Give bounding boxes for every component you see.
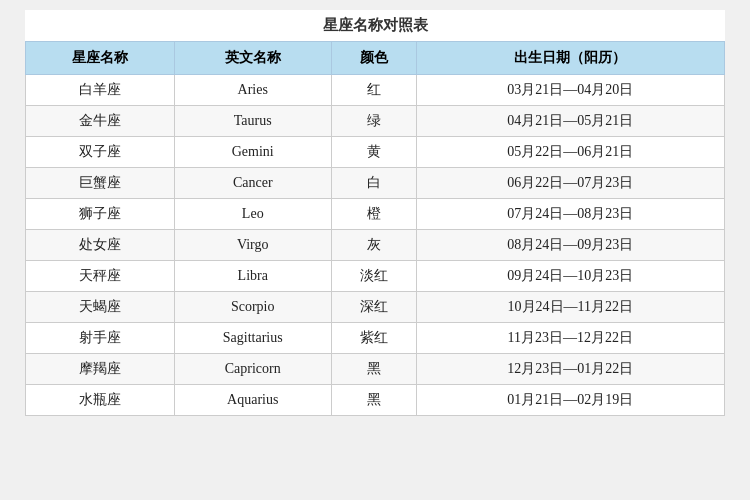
col-header-english: 英文名称 (174, 42, 331, 75)
cell-chinese: 天秤座 (26, 261, 175, 292)
cell-english: Capricorn (174, 354, 331, 385)
table-row: 白羊座Aries红03月21日—04月20日 (26, 75, 725, 106)
cell-english: Virgo (174, 230, 331, 261)
table-row: 处女座Virgo灰08月24日—09月23日 (26, 230, 725, 261)
table-row: 水瓶座Aquarius黑01月21日—02月19日 (26, 385, 725, 416)
page-title: 星座名称对照表 (25, 10, 725, 41)
cell-chinese: 金牛座 (26, 106, 175, 137)
cell-color: 黑 (331, 354, 416, 385)
cell-color: 黄 (331, 137, 416, 168)
cell-date: 07月24日—08月23日 (416, 199, 725, 230)
cell-chinese: 巨蟹座 (26, 168, 175, 199)
main-container: 星座名称对照表 星座名称 英文名称 颜色 出生日期（阳历） 白羊座Aries红0… (25, 10, 725, 416)
cell-english: Aries (174, 75, 331, 106)
cell-chinese: 摩羯座 (26, 354, 175, 385)
cell-color: 橙 (331, 199, 416, 230)
cell-color: 白 (331, 168, 416, 199)
cell-date: 06月22日—07月23日 (416, 168, 725, 199)
table-row: 天蝎座Scorpio深红10月24日—11月22日 (26, 292, 725, 323)
cell-english: Sagittarius (174, 323, 331, 354)
cell-english: Taurus (174, 106, 331, 137)
table-header-row: 星座名称 英文名称 颜色 出生日期（阳历） (26, 42, 725, 75)
table-row: 狮子座Leo橙07月24日—08月23日 (26, 199, 725, 230)
cell-chinese: 天蝎座 (26, 292, 175, 323)
cell-english: Cancer (174, 168, 331, 199)
cell-date: 01月21日—02月19日 (416, 385, 725, 416)
cell-date: 12月23日—01月22日 (416, 354, 725, 385)
cell-chinese: 射手座 (26, 323, 175, 354)
cell-date: 04月21日—05月21日 (416, 106, 725, 137)
cell-english: Libra (174, 261, 331, 292)
table-row: 双子座Gemini黄05月22日—06月21日 (26, 137, 725, 168)
cell-chinese: 水瓶座 (26, 385, 175, 416)
cell-date: 05月22日—06月21日 (416, 137, 725, 168)
cell-english: Gemini (174, 137, 331, 168)
cell-chinese: 处女座 (26, 230, 175, 261)
cell-english: Leo (174, 199, 331, 230)
cell-english: Aquarius (174, 385, 331, 416)
col-header-date: 出生日期（阳历） (416, 42, 725, 75)
cell-chinese: 狮子座 (26, 199, 175, 230)
table-row: 巨蟹座Cancer白06月22日—07月23日 (26, 168, 725, 199)
cell-date: 09月24日—10月23日 (416, 261, 725, 292)
cell-color: 深红 (331, 292, 416, 323)
cell-color: 紫红 (331, 323, 416, 354)
cell-chinese: 双子座 (26, 137, 175, 168)
table-row: 天秤座Libra淡红09月24日—10月23日 (26, 261, 725, 292)
col-header-color: 颜色 (331, 42, 416, 75)
cell-chinese: 白羊座 (26, 75, 175, 106)
table-row: 射手座Sagittarius紫红11月23日—12月22日 (26, 323, 725, 354)
cell-color: 淡红 (331, 261, 416, 292)
cell-english: Scorpio (174, 292, 331, 323)
table-row: 摩羯座Capricorn黑12月23日—01月22日 (26, 354, 725, 385)
cell-date: 10月24日—11月22日 (416, 292, 725, 323)
cell-date: 08月24日—09月23日 (416, 230, 725, 261)
zodiac-table: 星座名称 英文名称 颜色 出生日期（阳历） 白羊座Aries红03月21日—04… (25, 41, 725, 416)
cell-date: 03月21日—04月20日 (416, 75, 725, 106)
col-header-chinese: 星座名称 (26, 42, 175, 75)
cell-date: 11月23日—12月22日 (416, 323, 725, 354)
table-row: 金牛座Taurus绿04月21日—05月21日 (26, 106, 725, 137)
cell-color: 红 (331, 75, 416, 106)
cell-color: 黑 (331, 385, 416, 416)
cell-color: 灰 (331, 230, 416, 261)
cell-color: 绿 (331, 106, 416, 137)
